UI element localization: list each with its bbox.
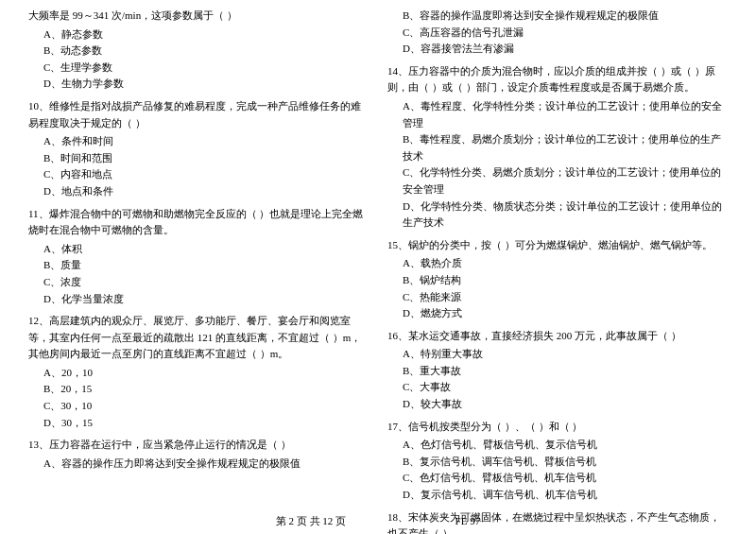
option-item: C、30，10 bbox=[43, 398, 369, 415]
page-number: 第 2 页 共 12 页 bbox=[276, 515, 346, 526]
option-item: C、浓度 bbox=[43, 274, 369, 291]
option-item: D、复示信号机、调车信号机、机车信号机 bbox=[403, 487, 728, 504]
option-item: B、20，15 bbox=[43, 381, 369, 398]
question-block: 14、压力容器中的介质为混合物时，应以介质的组成并按（ ）或（ ）原则，由（ ）… bbox=[387, 63, 728, 232]
question-text: 10、维修性是指对战损产品修复的难易程度，完成一种产品维修任务的难易程度取决于规… bbox=[28, 98, 369, 131]
question-block: 16、某水运交通事故，直接经济损失 200 万元，此事故属于（ ）A、特别重大事… bbox=[387, 328, 728, 413]
option-item: D、容器接管法兰有渗漏 bbox=[403, 41, 728, 58]
option-item: D、燃烧方式 bbox=[403, 305, 728, 322]
question-block: B、容器的操作温度即将达到安全操作规程规定的极限值C、高压容器的信号孔泄漏D、容… bbox=[387, 8, 728, 58]
option-item: C、内容和地点 bbox=[43, 166, 369, 183]
option-item: C、热能来源 bbox=[403, 289, 728, 306]
option-item: B、质量 bbox=[43, 257, 369, 274]
question-text: 15、锅炉的分类中，按（ ）可分为燃煤锅炉、燃油锅炉、燃气锅炉等。 bbox=[387, 237, 728, 254]
page-container: 大频率是 99～341 次/min，这项参数属于（ ）A、静态参数B、动态参数C… bbox=[0, 0, 756, 534]
option-item: A、条件和时间 bbox=[43, 133, 369, 150]
question-block: 大频率是 99～341 次/min，这项参数属于（ ）A、静态参数B、动态参数C… bbox=[28, 8, 369, 93]
option-item: C、大事故 bbox=[403, 379, 728, 396]
option-item: D、生物力学参数 bbox=[43, 76, 369, 93]
columns-layout: 大频率是 99～341 次/min，这项参数属于（ ）A、静态参数B、动态参数C… bbox=[28, 8, 728, 534]
question-block: 10、维修性是指对战损产品修复的难易程度，完成一种产品维修任务的难易程度取决于规… bbox=[28, 98, 369, 200]
option-item: C、色灯信号机、臂板信号机、机车信号机 bbox=[403, 470, 728, 487]
question-text: 17、信号机按类型分为（ ）、（ ）和（ ） bbox=[387, 419, 728, 436]
question-block: 12、高层建筑内的观众厅、展览厅、多功能厅、餐厅、宴会厅和阅览室等，其室内任何一… bbox=[28, 313, 369, 431]
option-item: A、20，10 bbox=[43, 365, 369, 382]
option-item: D、较大事故 bbox=[403, 396, 728, 413]
option-item: B、锅炉结构 bbox=[403, 272, 728, 289]
option-item: B、重大事故 bbox=[403, 363, 728, 380]
option-item: D、化学当量浓度 bbox=[43, 291, 369, 308]
option-item: B、动态参数 bbox=[43, 43, 369, 60]
option-item: A、体积 bbox=[43, 241, 369, 258]
option-item: B、时间和范围 bbox=[43, 150, 369, 167]
option-item: B、毒性程度、易燃介质划分；设计单位的工艺设计；使用单位的生产技术 bbox=[403, 131, 728, 164]
option-item: A、色灯信号机、臂板信号机、复示信号机 bbox=[403, 437, 728, 454]
option-item: A、容器的操作压力即将达到安全操作规程规定的极限值 bbox=[43, 456, 369, 473]
question-block: 13、压力容器在运行中，应当紧急停止运行的情况是（ ）A、容器的操作压力即将达到… bbox=[28, 437, 369, 472]
option-item: B、容器的操作温度即将达到安全操作规程规定的极限值 bbox=[403, 8, 728, 25]
option-item: A、静态参数 bbox=[43, 26, 369, 43]
option-item: D、30，15 bbox=[43, 415, 369, 432]
left-column: 大频率是 99～341 次/min，这项参数属于（ ）A、静态参数B、动态参数C… bbox=[28, 8, 369, 534]
option-item: C、化学特性分类、易燃介质划分；设计单位的工艺设计；使用单位的安全管理 bbox=[403, 164, 728, 198]
question-text: 14、压力容器中的介质为混合物时，应以介质的组成并按（ ）或（ ）原则，由（ ）… bbox=[387, 63, 728, 96]
question-block: 15、锅炉的分类中，按（ ）可分为燃煤锅炉、燃油锅炉、燃气锅炉等。A、载热介质B… bbox=[387, 237, 728, 322]
right-column: B、容器的操作温度即将达到安全操作规程规定的极限值C、高压容器的信号孔泄漏D、容… bbox=[387, 8, 728, 534]
option-item: A、特别重大事故 bbox=[403, 346, 728, 363]
option-item: A、毒性程度、化学特性分类；设计单位的工艺设计；使用单位的安全管理 bbox=[403, 98, 728, 131]
question-text: 11、爆炸混合物中的可燃物和助燃物完全反应的（ ）也就是理论上完全燃烧时在混合物… bbox=[28, 206, 369, 239]
option-item: B、复示信号机、调车信号机、臂板信号机 bbox=[403, 454, 728, 471]
option-item: D、地点和条件 bbox=[43, 183, 369, 200]
question-block: 11、爆炸混合物中的可燃物和助燃物完全反应的（ ）也就是理论上完全燃烧时在混合物… bbox=[28, 206, 369, 308]
question-text: 16、某水运交通事故，直接经济损失 200 万元，此事故属于（ ） bbox=[387, 328, 728, 345]
question-block: 17、信号机按类型分为（ ）、（ ）和（ ）A、色灯信号机、臂板信号机、复示信号… bbox=[387, 419, 728, 504]
page-footer: 第 2 页 共 12 页 FE 97 bbox=[0, 514, 756, 528]
option-item: D、化学特性分类、物质状态分类；设计单位的工艺设计；使用单位的生产技术 bbox=[403, 198, 728, 232]
option-item: A、载热介质 bbox=[403, 255, 728, 272]
option-item: C、高压容器的信号孔泄漏 bbox=[403, 25, 728, 42]
question-text: 大频率是 99～341 次/min，这项参数属于（ ） bbox=[28, 8, 369, 25]
question-text: 12、高层建筑内的观众厅、展览厅、多功能厅、餐厅、宴会厅和阅览室等，其室内任何一… bbox=[28, 313, 369, 363]
question-text: 13、压力容器在运行中，应当紧急停止运行的情况是（ ） bbox=[28, 437, 369, 454]
option-item: C、生理学参数 bbox=[43, 60, 369, 77]
page-code: FE 97 bbox=[455, 515, 481, 526]
